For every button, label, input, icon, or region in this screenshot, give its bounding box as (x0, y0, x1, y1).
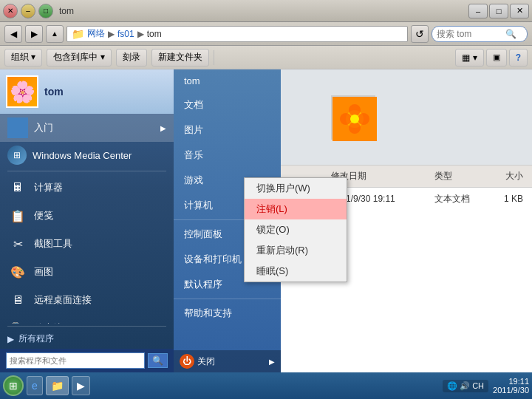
taskbar-ie[interactable]: e (27, 376, 43, 395)
toolbar-separator (214, 50, 214, 65)
menu-item-magnify[interactable]: 🔍 放大镜 (0, 314, 174, 324)
start-button[interactable]: ⊞ (3, 375, 24, 396)
menu-item-intro[interactable]: 入门 ▶ (0, 114, 174, 142)
svg-point-6 (350, 115, 359, 123)
search-icon: 🔍 (505, 29, 516, 39)
search-input[interactable] (437, 29, 503, 39)
arrow-icon: ▶ (160, 124, 166, 132)
rmenu-help[interactable]: 帮助和支持 (174, 301, 281, 326)
left-panel: 🌸 tom 入门 ▶ ⊞ Windows Media Center 🖩 (0, 69, 174, 372)
ctx-restart[interactable]: 重新启动(R) (245, 240, 347, 261)
taskbar-explorer[interactable]: 📁 (46, 376, 69, 395)
context-menu: 切换用户(W) 注销(L) 锁定(O) 重新启动(R) 睡眠(S) (244, 177, 347, 282)
triangle-icon: ▶ (7, 334, 14, 344)
path-fs01[interactable]: fs01 (117, 29, 134, 39)
maximize-button[interactable]: □ (38, 4, 53, 18)
close-button[interactable]: ✕ (3, 4, 18, 18)
ie-icon: e (32, 380, 38, 392)
taskbar-right: 🌐 🔊 CH 19:11 2011/9/30 (443, 377, 529, 395)
up-button[interactable]: ▲ (46, 25, 64, 43)
rmenu-pictures[interactable]: 图片 (174, 117, 281, 143)
search-box: 🔍 (432, 26, 528, 42)
user-avatar: 🌸 (6, 75, 38, 108)
menu-item-notes[interactable]: 📋 便笺 (0, 202, 174, 230)
title-bar-controls: – □ ✕ (468, 4, 529, 18)
path-tom[interactable]: tom (147, 29, 162, 39)
menu-item-snip[interactable]: ✂ 截图工具 (0, 230, 174, 258)
path-sep-1: ▶ (108, 29, 115, 39)
menu-item-wmc[interactable]: ⊞ Windows Media Center (0, 142, 174, 168)
menu-item-calc[interactable]: 🖩 计算器 (0, 174, 174, 202)
rmenu-music[interactable]: 音乐 (174, 143, 281, 168)
explorer-icon: 📁 (51, 380, 64, 392)
media-icon: ▶ (77, 380, 85, 392)
burn-button[interactable]: 刻录 (116, 49, 147, 66)
rmenu-tom[interactable]: tom (174, 69, 281, 92)
col-header-size[interactable]: 大小 (488, 168, 532, 184)
forward-button[interactable]: ▶ (25, 25, 43, 43)
refresh-button[interactable]: ↺ (411, 25, 429, 43)
rdp-icon: 🖥 (7, 290, 28, 310)
maximize-ctrl[interactable]: □ (489, 4, 508, 18)
menu-item-rdp[interactable]: 🖥 远程桌面连接 (0, 286, 174, 314)
svg-point-5 (358, 113, 369, 125)
menu-divider-1 (7, 171, 166, 171)
new-folder-button[interactable]: 新建文件夹 (151, 49, 209, 66)
path-sep-2: ▶ (137, 29, 144, 39)
path-network[interactable]: 网络 (87, 27, 105, 40)
views-area: ▦ ▾ ▣ ? (455, 49, 528, 66)
lang-icon: CH (472, 381, 484, 390)
intro-icon (7, 117, 28, 138)
all-programs-item[interactable]: ▶ 所有程序 (0, 329, 174, 349)
paint-icon: 🎨 (7, 262, 28, 282)
ctx-switch-user[interactable]: 切换用户(W) (245, 178, 347, 199)
views-button[interactable]: ▦ ▾ (455, 49, 483, 66)
shutdown-icon[interactable]: ⏻ (180, 354, 194, 369)
search-go-button[interactable]: 🔍 (148, 353, 168, 368)
title-bar: ✕ – □ tom – □ ✕ (0, 0, 532, 22)
sys-tray: 🌐 🔊 CH (443, 380, 488, 392)
search-programs-input[interactable] (6, 352, 145, 369)
wmc-label: Windows Media Center (33, 150, 132, 161)
file-type-col: 文本文档 (429, 191, 488, 207)
address-path[interactable]: 📁 网络 ▶ fs01 ▶ tom (66, 26, 408, 42)
calc-icon: 🖩 (7, 177, 28, 198)
calc-label: 计算器 (34, 181, 63, 194)
shutdown-row: ⏻ 关闭 ▶ (174, 350, 281, 372)
shutdown-label: 关闭 (197, 355, 215, 368)
notes-label: 便笺 (34, 209, 53, 222)
ctx-lock[interactable]: 锁定(O) (245, 219, 347, 240)
ctx-logoff[interactable]: 注销(L) (245, 199, 347, 219)
pane-button[interactable]: ▣ (486, 49, 507, 66)
taskbar: ⊞ e 📁 ▶ 🌐 🔊 CH 19:11 2011/9/30 (0, 372, 532, 399)
file-size-col: 1 KB (488, 192, 532, 205)
date-display: 2011/9/30 (493, 386, 529, 395)
wmc-icon: ⊞ (7, 146, 27, 165)
title-bar-left: ✕ – □ tom (3, 4, 74, 18)
close-ctrl[interactable]: ✕ (510, 4, 529, 18)
clock-area: 19:11 2011/9/30 (493, 377, 529, 395)
col-header-type[interactable]: 类型 (429, 168, 488, 184)
menu-item-paint[interactable]: 🎨 画图 (0, 258, 174, 286)
help-button[interactable]: ? (509, 49, 528, 66)
notes-icon: 📋 (7, 205, 28, 226)
intro-label: 入门 (34, 121, 53, 134)
volume-icon: 🔊 (460, 381, 470, 391)
back-button[interactable]: ◀ (4, 25, 22, 43)
address-bar: ◀ ▶ ▲ 📁 网络 ▶ fs01 ▶ tom ↺ 🔍 (0, 22, 532, 46)
rmenu-docs[interactable]: 文档 (174, 92, 281, 117)
svg-point-2 (349, 104, 361, 116)
magnify-label: 放大镜 (34, 321, 63, 324)
ctx-sleep[interactable]: 睡眠(S) (245, 261, 347, 282)
window-title: tom (59, 6, 74, 16)
svg-point-4 (340, 113, 352, 125)
organize-button[interactable]: 组织 ▾ (4, 49, 42, 66)
taskbar-media[interactable]: ▶ (72, 376, 90, 395)
watermark: 51C (499, 354, 526, 371)
menu-divider-2 (7, 326, 166, 327)
library-button[interactable]: 包含到库中 ▾ (47, 49, 111, 66)
minimize-ctrl[interactable]: – (468, 4, 488, 18)
rmenu-spacer (174, 326, 281, 350)
minimize-button[interactable]: – (21, 4, 35, 18)
toolbar: 组织 ▾ 包含到库中 ▾ 刻录 新建文件夹 ▦ ▾ ▣ ? (0, 46, 532, 69)
